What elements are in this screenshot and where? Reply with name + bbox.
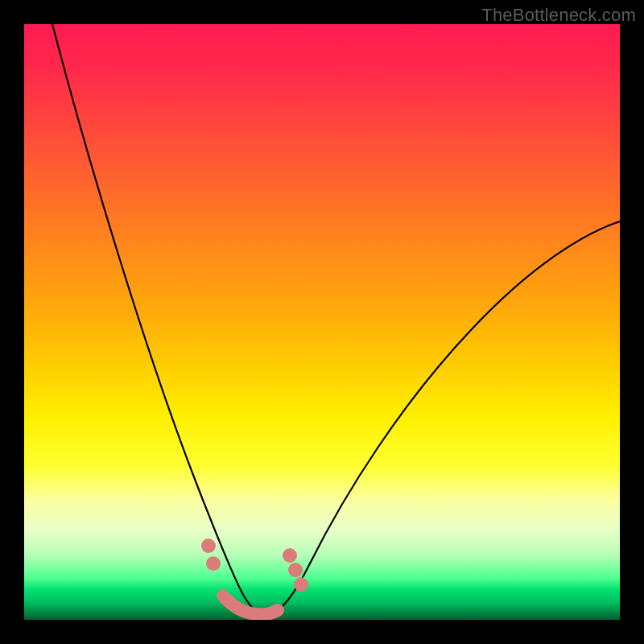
attribution-text: TheBottleneck.com [481, 5, 636, 26]
left-marker-upper [201, 539, 216, 553]
left-curve [52, 24, 262, 615]
left-marker-lower [206, 556, 221, 571]
right-marker-a [283, 548, 297, 563]
right-curve [270, 221, 620, 615]
chart-area [24, 24, 620, 620]
right-marker-c [294, 577, 308, 592]
right-marker-b [288, 563, 303, 577]
chart-svg [24, 24, 620, 620]
